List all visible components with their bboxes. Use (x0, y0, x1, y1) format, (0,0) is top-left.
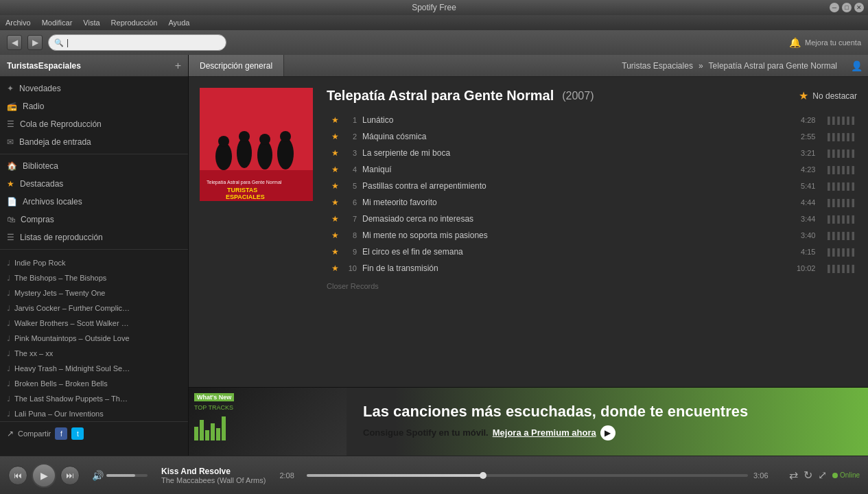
ad-premium-button[interactable]: ▶ (600, 425, 615, 440)
track-name: Mi mente no soporta mis pasiones (362, 231, 785, 240)
list-item[interactable]: ♩ Walker Brothers – Scott Walker … (0, 316, 188, 331)
track-row[interactable]: ★ 10 Fin de la transmisión 10:02 ▐▐▐▐▐▐ (327, 260, 857, 277)
content-header: Descripción general Turistas Espaciales … (189, 55, 868, 77)
progress-thumb[interactable] (480, 472, 486, 479)
upgrade-area[interactable]: 🔔 Mejora tu cuenta (789, 37, 861, 48)
list-item[interactable]: ♩ Mystery Jets – Twenty One (0, 285, 188, 301)
sidebar-item-radio[interactable]: 📻 Radio (0, 97, 188, 115)
overview-tab[interactable]: Descripción general (189, 55, 284, 76)
main-layout: TuristasEspaciales + ✦ Novedades 📻 Radio… (0, 55, 868, 456)
window-controls: ─ □ ✕ (830, 3, 864, 12)
sidebar-item-destacadas[interactable]: ★ Destacadas (0, 175, 188, 193)
breadcrumb: Turistas Espaciales » Telepatía Astral p… (284, 61, 845, 71)
back-button[interactable]: ◀ (7, 35, 22, 50)
list-item[interactable]: ♩ The Last Shadow Puppets – Th… (0, 391, 188, 406)
track-row[interactable]: ★ 7 Demasiado cerca no interesas 3:44 ▐▐… (327, 211, 857, 227)
breadcrumb-part1: Turistas Espaciales (622, 61, 693, 71)
no-destacar-button[interactable]: ★ No destacar (799, 89, 857, 102)
sidebar-item-label: Cola de Reproducción (20, 119, 102, 129)
track-name: Pastillas contra el arrepentimiento (362, 181, 785, 191)
list-item[interactable]: ♩ Heavy Trash – Midnight Soul Se… (0, 361, 188, 376)
track-name: Mi meteorito favorito (362, 198, 785, 207)
content-area: Descripción general Turistas Espaciales … (189, 55, 868, 456)
ad-top-tracks-label: TOP TRACKS (194, 404, 233, 411)
list-item[interactable]: ♩ Broken Bells – Broken Bells (0, 376, 188, 391)
next-button[interactable]: ⏭ (60, 466, 80, 485)
sidebar-item-label: Biblioteca (23, 161, 58, 171)
play-pause-button[interactable]: ▶ (32, 463, 56, 488)
sidebar-item-compras[interactable]: 🛍 Compras (0, 211, 188, 228)
user-icon[interactable]: 👤 (845, 60, 868, 71)
track-bars: ▐▐▐▐▐▐ (825, 215, 854, 223)
menu-vista[interactable]: Vista (83, 19, 99, 27)
svg-text:ESPACIALES: ESPACIALES (226, 193, 265, 200)
track-duration: 4:28 (790, 116, 815, 124)
sidebar-item-cola[interactable]: ☰ Cola de Reproducción (0, 115, 188, 133)
sidebar-item-archivos[interactable]: 📄 Archivos locales (0, 193, 188, 211)
album-view: Telepatía Astral para Gente Normal TURIS… (200, 88, 857, 290)
maximize-button[interactable]: □ (842, 3, 852, 12)
sidebar-item-label: Radio (23, 102, 44, 111)
track-duration: 10:02 (790, 264, 815, 272)
previous-button[interactable]: ⏮ (8, 466, 27, 485)
track-name: Demasiado cerca no interesas (362, 214, 785, 224)
minimize-button[interactable]: ─ (830, 3, 839, 12)
list-item[interactable]: ♩ The xx – xx (0, 346, 188, 361)
sidebar-item-bandeja[interactable]: ✉ Bandeja de entrada (0, 133, 188, 151)
share-section: ↗ Compartir f t (0, 421, 188, 445)
playlist-label: Heavy Trash – Midnight Soul Se… (14, 364, 130, 373)
track-name: El circo es el fin de semana (362, 247, 785, 257)
menu-modificar[interactable]: Modificar (42, 19, 73, 27)
sidebar-scroll[interactable]: ✦ Novedades 📻 Radio ☰ Cola de Reproducci… (0, 77, 188, 456)
track-row[interactable]: ★ 3 La serpiente de mi boca 3:21 ▐▐▐▐▐▐ (327, 145, 857, 161)
menu-archivo[interactable]: Archivo (5, 19, 31, 27)
track-bars: ▐▐▐▐▐▐ (825, 248, 854, 256)
shuffle-button[interactable]: ⇄ (789, 469, 798, 482)
volume-bar[interactable] (106, 474, 148, 477)
sidebar-divider2 (0, 249, 188, 250)
menu-ayuda[interactable]: Ayuda (168, 19, 189, 27)
svg-point-3 (218, 136, 229, 147)
sidebar-add-button[interactable]: + (175, 60, 181, 72)
playlist-label: Lali Puna – Our Inventions (14, 410, 104, 418)
track-row[interactable]: ★ 5 Pastillas contra el arrepentimiento … (327, 178, 857, 194)
list-item[interactable]: ♩ Indie Pop Rock (0, 255, 188, 270)
sidebar-item-listas[interactable]: ☰ Listas de reproducción (0, 228, 188, 246)
facebook-icon[interactable]: f (55, 427, 67, 440)
now-playing-title: Kiss And Resolve (161, 467, 266, 476)
track-star: ★ (329, 214, 340, 224)
ad-upgrade-link[interactable]: Mejora a Premium ahora (493, 427, 596, 438)
sidebar-item-label: Compras (21, 215, 54, 224)
list-item[interactable]: ♩ The Bishops – The Bishops (0, 270, 188, 285)
sidebar-item-novedades[interactable]: ✦ Novedades (0, 80, 188, 97)
menu-reproduccion[interactable]: Reproducción (111, 19, 158, 27)
twitter-icon[interactable]: t (71, 427, 84, 440)
online-label: Online (840, 471, 860, 479)
track-row[interactable]: ★ 6 Mi meteorito favorito 4:44 ▐▐▐▐▐▐ (327, 194, 857, 211)
fullscreen-button[interactable]: ⤢ (818, 469, 827, 482)
playlist-label: Pink Mountaintops – Outside Love (14, 334, 130, 342)
track-row[interactable]: ★ 4 Maniquí 4:23 ▐▐▐▐▐▐ (327, 161, 857, 178)
novedades-icon: ✦ (7, 84, 14, 93)
list-item[interactable]: ♩ Lali Puna – Our Inventions (0, 406, 188, 421)
track-row[interactable]: ★ 1 Lunático 4:28 ▐▐▐▐▐▐ (327, 112, 857, 128)
track-row[interactable]: ★ 8 Mi mente no soporta mis pasiones 3:4… (327, 227, 857, 244)
repeat-button[interactable]: ↻ (804, 469, 812, 482)
track-row[interactable]: ★ 9 El circo es el fin de semana 4:15 ▐▐… (327, 244, 857, 260)
search-input[interactable] (67, 38, 220, 47)
sidebar-item-biblioteca[interactable]: 🏠 Biblioteca (0, 157, 188, 175)
star-icon: ★ (7, 179, 14, 189)
forward-button[interactable]: ▶ (27, 35, 43, 50)
list-item[interactable]: ♩ Pink Mountaintops – Outside Love (0, 331, 188, 346)
track-row[interactable]: ★ 2 Máquina cósmica 2:55 ▐▐▐▐▐▐ (327, 128, 857, 145)
share-icon: ↗ (7, 429, 14, 438)
time-total: 3:06 (753, 471, 775, 480)
list-item[interactable]: ♩ Jarvis Cocker – Further Complic… (0, 301, 188, 316)
online-indicator: Online (832, 471, 860, 479)
close-button[interactable]: ✕ (854, 3, 864, 12)
ad-image: What's New TOP TRACKS (189, 388, 347, 456)
track-star: ★ (329, 247, 340, 257)
sidebar-nav: ✦ Novedades 📻 Radio ☰ Cola de Reproducci… (0, 77, 188, 255)
volume-icon: 🔊 (92, 470, 104, 481)
progress-bar[interactable] (307, 474, 748, 477)
